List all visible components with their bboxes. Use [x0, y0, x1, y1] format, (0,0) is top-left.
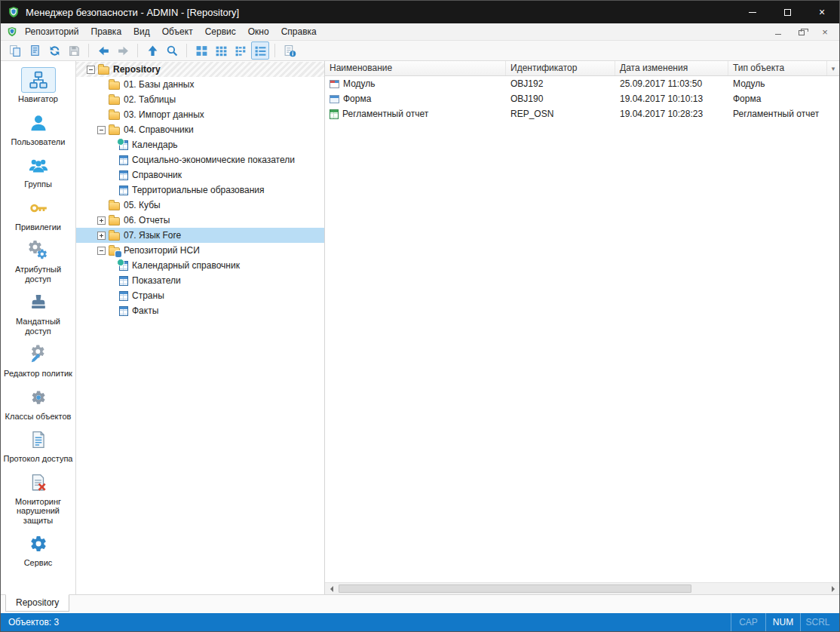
table-row[interactable]: Форма OBJ190 19.04.2017 10:10:13 Форма [325, 91, 839, 106]
scrollbar-thumb[interactable] [339, 584, 691, 593]
minimize-button[interactable] [735, 1, 770, 23]
object-type: Форма [728, 94, 839, 104]
sidebar-item-policy-editor[interactable]: Редактор политик [2, 342, 75, 379]
access-log-icon [21, 427, 56, 453]
scroll-left-button[interactable] [325, 583, 337, 595]
tree-item[interactable]: Календарный справочник [76, 258, 324, 273]
menu-help[interactable]: Справка [275, 23, 323, 40]
mdi-restore-button[interactable] [796, 27, 807, 36]
tree-item-label: Территориальные образования [132, 185, 269, 195]
table-row[interactable]: Регламентный отчет REP_OSN 19.04.2017 10… [325, 106, 839, 121]
menu-object[interactable]: Объект [156, 23, 199, 40]
column-header-type[interactable]: Тип объекта [728, 61, 827, 75]
tree-item[interactable]: Факты [76, 303, 324, 318]
tree-item[interactable]: 01. Базы данных [76, 77, 324, 92]
sidebar-item-navigator[interactable]: Навигатор [2, 67, 75, 104]
collapse-expander-icon[interactable] [97, 126, 106, 134]
details-view-icon [254, 44, 267, 57]
sidebar-item-access-log[interactable]: Протокол доступа [2, 427, 75, 464]
sidebar-item-service[interactable]: Сервис [2, 531, 75, 568]
sidebar-item-privileges[interactable]: Привилегии [2, 195, 75, 232]
object-modified-date: 25.09.2017 11:03:50 [615, 78, 728, 89]
column-chooser-button[interactable]: ▾ [827, 61, 839, 75]
tree-item[interactable]: Репозиторий НСИ [76, 243, 324, 258]
sidebar: Навигатор Пользователи Группы Привилегии… [1, 61, 76, 594]
edit-object-button[interactable] [26, 41, 44, 60]
large-icons-view-button[interactable] [192, 41, 210, 60]
sidebar-item-groups[interactable]: Группы [2, 152, 75, 189]
toolbar-separator [274, 44, 275, 57]
sidebar-item-users[interactable]: Пользователи [2, 110, 75, 147]
horizontal-scrollbar[interactable] [325, 582, 839, 594]
list-view-icon [235, 44, 247, 57]
tree-item[interactable]: 03. Импорт данных [76, 107, 324, 122]
tab-repository[interactable]: Repository [5, 594, 69, 612]
menu-edit[interactable]: Правка [85, 23, 128, 40]
caps-lock-indicator: CAP [731, 613, 765, 631]
column-header-name[interactable]: Наименование [325, 61, 506, 75]
tree-item-label: Repository [113, 64, 165, 75]
up-arrow-icon [146, 44, 159, 57]
mdi-close-button[interactable]: × [820, 27, 830, 36]
forward-button[interactable] [114, 41, 132, 60]
sidebar-item-attribute-access[interactable]: Атрибутный доступ [2, 238, 75, 284]
document-shield-icon [7, 26, 17, 37]
tree-item-label: 02. Таблицы [124, 94, 180, 105]
scroll-right-button[interactable] [827, 583, 839, 595]
chevron-down-icon: ▾ [832, 65, 835, 72]
table-row[interactable]: Модуль OBJ192 25.09.2017 11:03:50 Модуль [325, 76, 839, 91]
scrollbar-track[interactable] [337, 583, 827, 595]
list-view-button[interactable] [231, 41, 250, 60]
tree-item[interactable]: Показатели [76, 273, 324, 288]
object-name: Регламентный отчет [342, 109, 428, 119]
sidebar-item-violation-monitoring[interactable]: Мониторинг нарушений защиты [2, 470, 75, 526]
tree-item[interactable]: Территориальные образования [76, 183, 324, 198]
maximize-button[interactable] [770, 1, 805, 23]
mdi-minimize-button[interactable] [773, 27, 783, 36]
tree-item[interactable]: Социально-экономические показатели [76, 152, 324, 167]
close-button[interactable]: × [805, 1, 839, 23]
sidebar-item-label: Сервис [24, 558, 53, 568]
num-lock-indicator: NUM [765, 613, 800, 631]
groups-icon [21, 152, 56, 178]
sidebar-item-mandatory-access[interactable]: Мандатный доступ [2, 290, 75, 336]
tree-item[interactable]: Справочник [76, 167, 324, 183]
tree-item-label: Календарный справочник [132, 260, 244, 271]
details-view-button[interactable] [251, 41, 269, 60]
search-button[interactable] [163, 41, 181, 60]
mdi-restore-icon [799, 30, 805, 35]
menu-service[interactable]: Сервис [199, 23, 242, 40]
back-button[interactable] [94, 41, 112, 60]
calendar-icon [119, 140, 128, 150]
tree-item-repository[interactable]: Repository [76, 62, 324, 77]
tree-item-label: 01. Базы данных [124, 79, 198, 90]
tree-item[interactable]: 02. Таблицы [76, 92, 324, 107]
tree-item[interactable]: Страны [76, 288, 324, 303]
sidebar-item-object-classes[interactable]: Классы объектов [2, 385, 75, 422]
collapse-expander-icon[interactable] [97, 247, 106, 255]
tree-item-selected[interactable]: 07. Язык Fore [76, 228, 324, 243]
menu-window[interactable]: Окно [242, 23, 275, 40]
column-header-identifier[interactable]: Идентификатор [506, 61, 615, 75]
properties-button[interactable] [281, 41, 299, 60]
tree-item[interactable]: 05. Кубы [76, 198, 324, 213]
collapse-expander-icon[interactable] [87, 66, 95, 74]
menu-view[interactable]: Вид [127, 23, 156, 40]
new-object-button[interactable] [6, 41, 24, 60]
small-icons-view-icon [215, 44, 228, 57]
expand-expander-icon[interactable] [97, 216, 106, 225]
save-button[interactable] [65, 41, 83, 60]
up-button[interactable] [143, 41, 161, 60]
refresh-button[interactable] [45, 41, 63, 60]
expand-expander-icon[interactable] [97, 232, 106, 240]
small-icons-view-button[interactable] [212, 41, 230, 60]
tree-item[interactable]: Календарь [76, 137, 324, 152]
menu-repository[interactable]: Репозиторий [19, 23, 85, 40]
column-header-modified[interactable]: Дата изменения [615, 61, 728, 75]
tree-item[interactable]: 04. Справочники [76, 122, 324, 137]
object-identifier: OBJ190 [506, 94, 615, 104]
attribute-access-gears-icon [21, 238, 56, 263]
tree-item[interactable]: 06. Отчеты [76, 213, 324, 228]
sidebar-item-label: Привилегии [15, 222, 61, 232]
folder-icon [109, 97, 120, 105]
